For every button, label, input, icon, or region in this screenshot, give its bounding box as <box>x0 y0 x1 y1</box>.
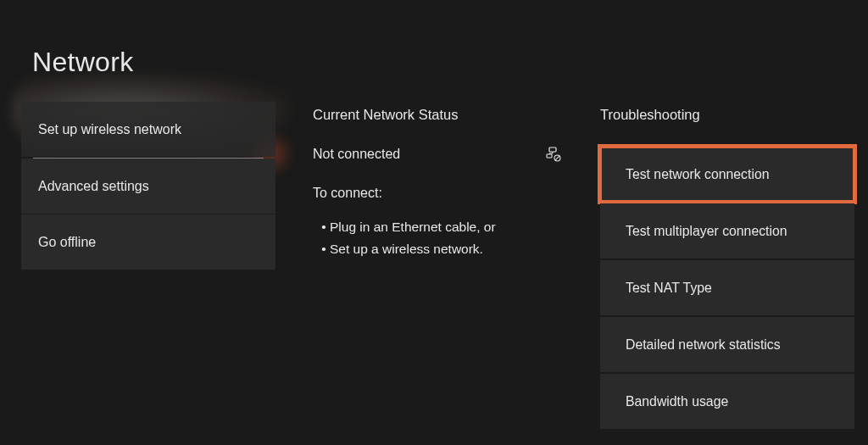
go-offline-button[interactable]: Go offline <box>21 214 275 270</box>
detailed-network-statistics-label: Detailed network statistics <box>626 337 781 353</box>
status-heading: Current Network Status <box>313 107 563 123</box>
test-network-connection-label: Test network connection <box>626 167 769 182</box>
content-columns: Set up wireless network Advanced setting… <box>0 78 868 429</box>
troubleshooting-heading: Troubleshooting <box>600 107 854 123</box>
troubleshooting-list: Test network connection Test multiplayer… <box>600 147 854 429</box>
test-multiplayer-connection-label: Test multiplayer connection <box>626 224 787 239</box>
svg-rect-1 <box>547 154 552 158</box>
to-connect-list: Plug in an Ethernet cable, or Set up a w… <box>313 216 563 259</box>
to-connect-heading: To connect: <box>313 186 563 201</box>
to-connect-bullet-1: Plug in an Ethernet cable, or <box>330 216 563 238</box>
page-title: Network <box>0 0 868 78</box>
test-nat-type-label: Test NAT Type <box>626 281 712 296</box>
test-network-connection-button[interactable]: Test network connection <box>600 147 854 202</box>
detailed-network-statistics-button[interactable]: Detailed network statistics <box>600 317 854 372</box>
test-nat-type-button[interactable]: Test NAT Type <box>600 260 854 315</box>
svg-line-3 <box>555 156 559 160</box>
setup-wireless-button[interactable]: Set up wireless network <box>21 102 275 157</box>
test-multiplayer-connection-button[interactable]: Test multiplayer connection <box>600 203 854 259</box>
advanced-settings-button[interactable]: Advanced settings <box>21 159 275 214</box>
setup-wireless-label: Set up wireless network <box>38 122 181 137</box>
left-menu: Set up wireless network Advanced setting… <box>21 102 275 429</box>
bandwidth-usage-label: Bandwidth usage <box>626 394 728 409</box>
advanced-settings-label: Advanced settings <box>38 179 149 194</box>
go-offline-label: Go offline <box>38 235 96 250</box>
to-connect-bullet-2: Set up a wireless network. <box>330 238 563 260</box>
troubleshooting-panel: Troubleshooting Test network connection … <box>600 102 854 429</box>
bandwidth-usage-button[interactable]: Bandwidth usage <box>600 374 854 429</box>
network-disconnected-icon <box>546 147 561 162</box>
status-panel: Current Network Status Not connected To … <box>313 102 563 429</box>
connection-status-value: Not connected <box>313 147 400 162</box>
svg-rect-0 <box>549 147 556 152</box>
